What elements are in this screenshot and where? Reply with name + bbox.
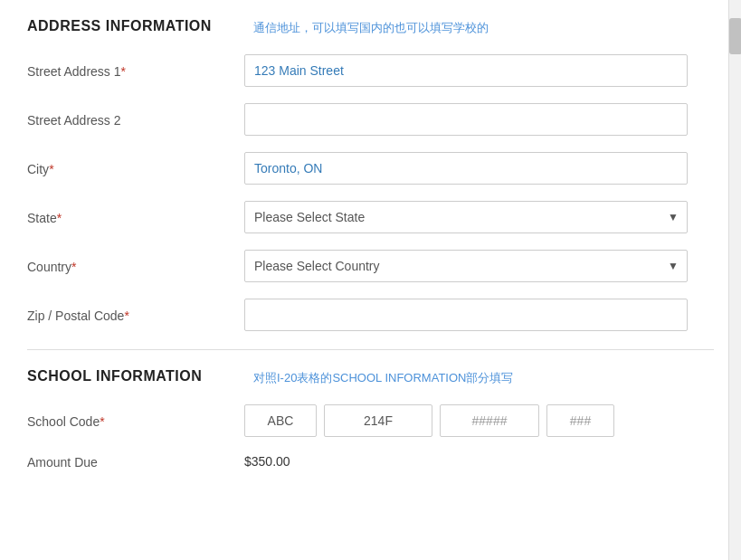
country-row: Country* Please Select Country ▼ [27, 250, 714, 282]
section-divider [27, 349, 714, 350]
street-address-2-label: Street Address 2 [27, 111, 244, 128]
address-section-header: ADDRESS INFORMATION 通信地址，可以填写国内的也可以填写学校的 [27, 18, 714, 36]
country-select[interactable]: Please Select Country [244, 250, 688, 282]
school-code-row: School Code* [27, 404, 714, 437]
state-row: State* Please Select State ▼ [27, 201, 714, 233]
city-row: City* [27, 152, 714, 185]
amount-due-row: Amount Due $350.00 [27, 453, 714, 470]
zip-label: Zip / Postal Code* [27, 307, 244, 323]
zip-input[interactable] [244, 299, 688, 331]
school-code-mid-input[interactable] [324, 404, 432, 437]
state-select[interactable]: Please Select State [244, 201, 688, 233]
country-label: Country* [27, 258, 244, 274]
school-code-label: School Code* [27, 413, 244, 429]
street-address-1-label: Street Address 1* [27, 62, 244, 79]
city-label: City* [27, 160, 244, 176]
address-section-hint: 通信地址，可以填写国内的也可以填写学校的 [253, 18, 489, 36]
street-address-1-row: Street Address 1* [27, 54, 714, 87]
school-code-fields [244, 404, 614, 437]
street-address-2-input[interactable] [244, 103, 688, 136]
street-address-2-row: Street Address 2 [27, 103, 714, 136]
zip-row: Zip / Postal Code* [27, 299, 714, 331]
amount-due-value: $350.00 [244, 454, 290, 469]
city-input[interactable] [244, 152, 688, 185]
state-select-wrapper: Please Select State ▼ [244, 201, 688, 233]
country-select-wrapper: Please Select Country ▼ [244, 250, 688, 282]
scrollbar[interactable] [728, 0, 741, 560]
amount-due-label: Amount Due [27, 453, 244, 470]
school-section-hint: 对照I-20表格的SCHOOL INFORMATION部分填写 [253, 368, 513, 386]
school-section-title: SCHOOL INFORMATION [27, 368, 244, 384]
scrollbar-thumb[interactable] [729, 18, 741, 54]
street-address-1-input[interactable] [244, 54, 688, 87]
school-code-hash5-input[interactable] [440, 404, 539, 437]
school-code-abc-input[interactable] [244, 404, 317, 437]
state-label: State* [27, 209, 244, 225]
address-section-title: ADDRESS INFORMATION [27, 18, 244, 34]
page-container: ADDRESS INFORMATION 通信地址，可以填写国内的也可以填写学校的… [0, 0, 741, 560]
school-section-header: SCHOOL INFORMATION 对照I-20表格的SCHOOL INFOR… [27, 368, 714, 386]
school-code-hash3-input[interactable] [546, 404, 614, 437]
